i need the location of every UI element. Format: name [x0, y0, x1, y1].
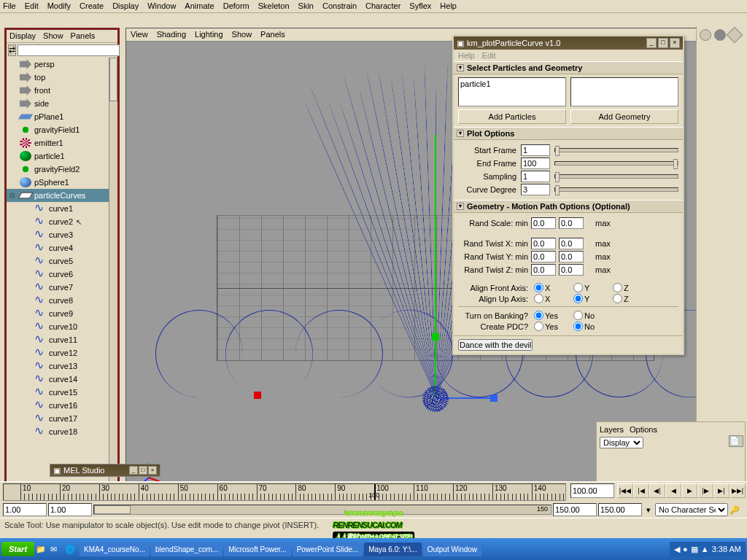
- outliner-item[interactable]: curve1: [7, 202, 117, 215]
- outliner-item[interactable]: curve12: [7, 346, 117, 359]
- system-tray[interactable]: ◀ ● ▦ ▲ 3:38 AM: [670, 542, 746, 557]
- up-z-radio[interactable]: Z: [613, 294, 646, 303]
- end-frame-input[interactable]: [521, 158, 550, 169]
- section-select-header[interactable]: ▾ Select Particles and Geometry: [454, 61, 683, 74]
- start-frame-slider[interactable]: [554, 148, 678, 152]
- layer-display-select[interactable]: Display: [600, 437, 643, 448]
- rand-twist-z-max-input[interactable]: [559, 264, 584, 276]
- rand-scale-min-input[interactable]: [531, 217, 556, 229]
- section-plot-header[interactable]: ▾ Plot Options: [454, 127, 683, 140]
- layers-menu[interactable]: Layers: [600, 425, 624, 434]
- outliner-item[interactable]: side: [7, 97, 117, 110]
- outliner-list[interactable]: persptopfrontsidepPlane1gravityField1emi…: [7, 58, 117, 488]
- dialog-edit-menu[interactable]: Edit: [482, 51, 496, 60]
- outliner-item[interactable]: curve11: [7, 333, 117, 346]
- manipulator-x-handle[interactable]: [254, 392, 261, 399]
- curve-degree-slider[interactable]: [554, 187, 678, 192]
- front-x-radio[interactable]: X: [534, 283, 568, 292]
- taskbar-item[interactable]: Output Window: [423, 542, 481, 556]
- viewport-menu-shading[interactable]: Shading: [157, 30, 186, 39]
- taskbar-item[interactable]: KMA4_courseNo...: [80, 542, 150, 556]
- step-forward-key-button[interactable]: ▶|: [713, 483, 729, 498]
- taskbar-item[interactable]: Microsoft Power...: [224, 542, 290, 556]
- viewport-menu-panels[interactable]: Panels: [260, 30, 285, 39]
- front-y-radio[interactable]: Y: [573, 283, 607, 292]
- up-y-radio[interactable]: Y: [573, 294, 607, 303]
- mel-studio-window[interactable]: ▣ MEL Studio _ □ ×: [50, 464, 160, 477]
- step-back-key-button[interactable]: |◀: [633, 483, 649, 498]
- viewport-menu-view[interactable]: View: [131, 30, 148, 39]
- dialog-help-menu[interactable]: Help: [458, 51, 475, 60]
- outliner-item[interactable]: ⊟particleCurves: [7, 189, 117, 202]
- pdc-no-radio[interactable]: No: [573, 322, 607, 331]
- execute-button[interactable]: Dance with the devil: [458, 339, 533, 351]
- taskbar-item[interactable]: blendShape_com...: [151, 542, 222, 556]
- play-start-input[interactable]: [48, 503, 92, 516]
- menu-syflex[interactable]: Syflex: [409, 1, 431, 11]
- outliner-item[interactable]: pPlane1: [7, 110, 117, 123]
- menu-file[interactable]: File: [3, 1, 16, 11]
- outliner-item[interactable]: pSphere1: [7, 176, 117, 189]
- outliner-item[interactable]: gravityField2: [7, 163, 117, 176]
- add-particles-button[interactable]: Add Particles: [458, 109, 566, 124]
- particles-listbox[interactable]: particle1: [458, 77, 566, 106]
- menu-deform[interactable]: Deform: [223, 1, 249, 11]
- rand-scale-max-input[interactable]: [559, 217, 584, 229]
- tool-icon[interactable]: [700, 29, 711, 41]
- pdc-yes-radio[interactable]: Yes: [534, 322, 568, 331]
- rand-twist-x-min-input[interactable]: [531, 238, 556, 249]
- play-forward-button[interactable]: ▶: [681, 483, 697, 498]
- goto-end-button[interactable]: ▶▶|: [729, 483, 746, 498]
- dialog-titlebar[interactable]: ▣ km_plotParticleCurve v1.0 _ □ ×: [454, 36, 683, 50]
- outliner-item[interactable]: emitter1: [7, 136, 117, 149]
- banking-yes-radio[interactable]: Yes: [534, 311, 568, 320]
- outliner-item[interactable]: curve14: [7, 373, 117, 386]
- curve-degree-input[interactable]: [521, 184, 550, 195]
- sampling-input[interactable]: [521, 171, 550, 182]
- step-forward-button[interactable]: |▶: [697, 483, 713, 498]
- tray-icon[interactable]: ▦: [691, 545, 698, 554]
- rand-twist-y-max-input[interactable]: [559, 251, 584, 262]
- outliner-item[interactable]: curve4: [7, 241, 117, 254]
- filter-icon[interactable]: ⇄: [8, 44, 16, 56]
- start-button[interactable]: Start: [1, 542, 34, 556]
- step-back-button[interactable]: ◀|: [649, 483, 665, 498]
- tray-icon[interactable]: ▲: [701, 545, 709, 553]
- menu-skeleton[interactable]: Skeleton: [258, 1, 290, 11]
- range-slider[interactable]: 150: [93, 505, 551, 515]
- minimize-icon[interactable]: _: [646, 38, 657, 48]
- anim-end-input[interactable]: [598, 503, 642, 516]
- outliner-item[interactable]: curve16: [7, 399, 117, 412]
- taskbar-item[interactable]: Maya 6.0: Y:\...: [364, 542, 422, 556]
- outliner-item[interactable]: particle1: [7, 149, 117, 163]
- anim-start-input[interactable]: [3, 503, 47, 516]
- rand-twist-z-min-input[interactable]: [531, 264, 556, 276]
- menu-window[interactable]: Window: [147, 1, 176, 11]
- outliner-menu-display[interactable]: Display: [9, 31, 36, 41]
- outliner-scrollbar[interactable]: [109, 58, 117, 488]
- menu-display[interactable]: Display: [112, 1, 139, 11]
- outliner-item[interactable]: persp: [7, 58, 117, 71]
- outliner-item[interactable]: curve17: [7, 412, 117, 425]
- outliner-item[interactable]: gravityField1: [7, 123, 117, 136]
- tool-icon[interactable]: [714, 29, 726, 41]
- character-set-select[interactable]: No Character Set: [655, 503, 728, 516]
- maximize-icon[interactable]: □: [658, 38, 668, 48]
- viewport-menu-show[interactable]: Show: [232, 30, 252, 39]
- outliner-item[interactable]: front: [7, 84, 117, 97]
- quicklaunch-icon[interactable]: 🌐: [65, 545, 78, 554]
- outliner-item[interactable]: curve10: [7, 320, 117, 333]
- close-icon[interactable]: ×: [670, 38, 680, 48]
- tray-icon[interactable]: ◀: [674, 545, 680, 554]
- menu-animate[interactable]: Animate: [185, 1, 214, 11]
- outliner-item[interactable]: top: [7, 71, 117, 84]
- goto-start-button[interactable]: |◀◀: [617, 483, 633, 498]
- manipulator-y-axis[interactable]: [435, 135, 436, 397]
- layer-options-menu[interactable]: Options: [630, 425, 657, 434]
- viewport-menu-lighting[interactable]: Lighting: [195, 30, 223, 39]
- banking-no-radio[interactable]: No: [573, 311, 607, 320]
- outliner-item[interactable]: curve8: [7, 294, 117, 307]
- manipulator-y-handle[interactable]: [432, 333, 439, 341]
- layer-add-icon[interactable]: 📄: [729, 435, 743, 447]
- maximize-icon[interactable]: □: [139, 466, 147, 475]
